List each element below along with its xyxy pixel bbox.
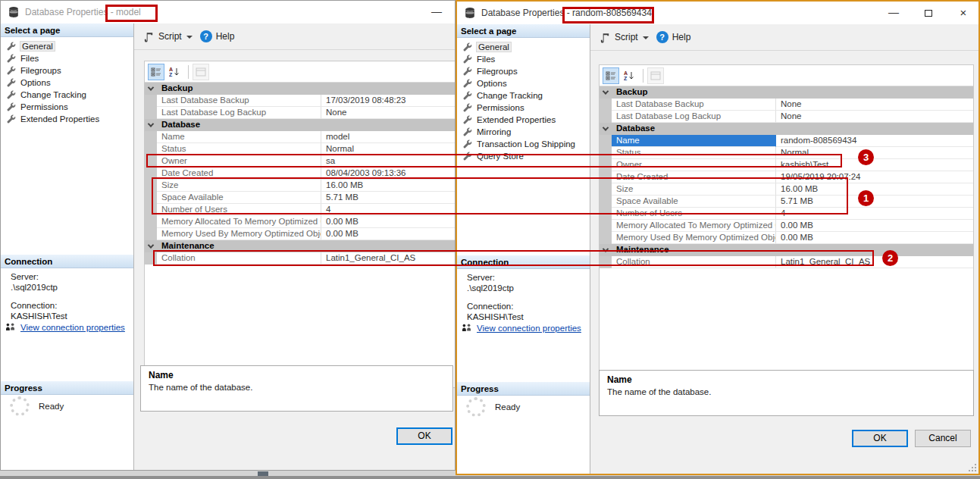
- grid-row[interactable]: Status Normal: [145, 143, 456, 155]
- row-label: Last Database Log Backup: [612, 111, 776, 123]
- sidebar-page-item[interactable]: General: [2, 40, 132, 52]
- sidebar-page-item[interactable]: Filegroups: [459, 65, 588, 77]
- row-margin: [600, 196, 612, 208]
- row-margin: [145, 95, 157, 107]
- grid-row[interactable]: Backup: [145, 83, 456, 95]
- server-label: Server:: [467, 272, 587, 283]
- property-grid: AZ Backup Last Database Backup 17/03/201…: [144, 61, 456, 388]
- progress-status: Ready: [39, 402, 64, 411]
- sidebar-page-item[interactable]: Filegroups: [2, 64, 132, 77]
- titlebar[interactable]: Database Properties - random-808569434 —…: [457, 2, 978, 24]
- grid-row[interactable]: Number of Users 4: [145, 204, 456, 216]
- server-label: Server:: [11, 271, 130, 282]
- row-margin: [145, 228, 157, 240]
- script-button[interactable]: Script: [615, 32, 638, 42]
- script-icon: [600, 32, 611, 43]
- grid-row[interactable]: Space Available 5.71 MB: [600, 196, 973, 208]
- grid-row[interactable]: Memory Used By Memory Optimized Objects …: [600, 232, 973, 244]
- row-value: 0.00 MB: [321, 228, 456, 240]
- grid-row[interactable]: Database: [600, 123, 973, 135]
- sidebar-page-item[interactable]: General: [459, 41, 588, 53]
- categorized-icon[interactable]: [603, 67, 619, 84]
- row-value: model: [321, 131, 456, 143]
- sidebar-page-item[interactable]: Files: [459, 53, 588, 65]
- row-label: Number of Users: [612, 208, 776, 220]
- grid-row[interactable]: Collation Latin1_General_CI_AS: [145, 252, 456, 265]
- wrench-icon: [463, 127, 472, 136]
- cancel-button[interactable]: Cancel: [915, 430, 971, 447]
- minimize-button[interactable]: —: [423, 1, 450, 23]
- select-a-page-header: Select a page: [1, 23, 133, 37]
- sidebar-page-item[interactable]: Permissions: [2, 101, 132, 113]
- close-button[interactable]: ×: [950, 2, 977, 23]
- connection-info: Server: .\sql2019ctp Connection: KASHISH…: [11, 271, 130, 321]
- background-scrollbar-thumb: [258, 471, 268, 476]
- grid-row[interactable]: Last Database Backup None: [600, 99, 973, 111]
- resize-grip[interactable]: [969, 464, 976, 471]
- grid-row[interactable]: Last Database Log Backup None: [600, 111, 973, 123]
- minimize-button[interactable]: —: [880, 2, 907, 23]
- grid-row[interactable]: Maintenance: [600, 244, 973, 256]
- grid-row[interactable]: Name model: [145, 131, 456, 143]
- wrench-icon: [463, 42, 472, 52]
- script-button[interactable]: Script: [158, 31, 182, 42]
- grid-row[interactable]: Name random-808569434: [600, 135, 973, 147]
- script-dropdown-icon[interactable]: [186, 36, 193, 39]
- sidebar-page-item[interactable]: Transaction Log Shipping: [459, 138, 588, 150]
- row-margin: [600, 99, 612, 111]
- row-label: Database: [157, 119, 456, 131]
- sidebar-page-item[interactable]: Files: [2, 52, 132, 64]
- view-connection-properties-link[interactable]: View connection properties: [477, 324, 581, 333]
- sidebar-page-item[interactable]: Extended Properties: [459, 114, 588, 126]
- grid-row[interactable]: Date Created 19/05/2019 20:07:24: [600, 171, 973, 183]
- progress-header: Progress: [1, 381, 133, 395]
- help-button[interactable]: Help: [672, 32, 691, 42]
- row-margin: [145, 131, 157, 143]
- row-value: 08/04/2003 09:13:36: [321, 167, 456, 180]
- grid-row[interactable]: Last Database Log Backup None: [145, 107, 456, 119]
- categorized-icon[interactable]: [148, 64, 164, 80]
- alphabetical-sort-icon[interactable]: AZ: [621, 67, 637, 84]
- sidebar-page-item[interactable]: Change Tracking: [459, 89, 588, 102]
- sidebar-page-item[interactable]: Mirroring: [459, 126, 588, 138]
- sidebar-page-item[interactable]: Extended Properties: [2, 113, 132, 125]
- ok-button[interactable]: OK: [396, 427, 452, 445]
- grid-row[interactable]: Maintenance: [145, 240, 456, 252]
- row-value: 16.00 MB: [321, 180, 456, 192]
- grid-row[interactable]: Space Available 5.71 MB: [145, 192, 456, 204]
- connection-label: Connection:: [11, 300, 130, 311]
- alphabetical-sort-icon[interactable]: AZ: [166, 64, 183, 80]
- titlebar[interactable]: Database Properties - model —: [1, 1, 455, 23]
- maximize-button[interactable]: [915, 2, 942, 23]
- grid-row[interactable]: Number of Users 4: [600, 208, 973, 220]
- grid-row[interactable]: Size 16.00 MB: [145, 180, 456, 192]
- grid-row[interactable]: Size 16.00 MB: [600, 183, 973, 196]
- grid-row[interactable]: Status Normal: [600, 147, 973, 159]
- script-dropdown-icon[interactable]: [643, 36, 649, 39]
- page-list: General Files Filegroups Options: [459, 41, 588, 162]
- grid-row[interactable]: Memory Allocated To Memory Optimized Ob …: [600, 220, 973, 232]
- help-button[interactable]: Help: [216, 31, 235, 42]
- grid-row[interactable]: Backup: [600, 86, 973, 99]
- sidebar-page-item[interactable]: Query Store: [459, 150, 588, 162]
- grid-row[interactable]: Memory Allocated To Memory Optimized Ob …: [145, 216, 456, 228]
- ok-button[interactable]: OK: [852, 430, 908, 447]
- sidebar-page-item[interactable]: Permissions: [459, 102, 588, 114]
- spinner-icon: [10, 396, 30, 416]
- grid-row[interactable]: Database: [145, 119, 456, 131]
- sidebar-page-item[interactable]: Options: [459, 77, 588, 89]
- row-label: Owner: [157, 155, 321, 167]
- grid-row[interactable]: Last Database Backup 17/03/2019 08:48:23: [145, 95, 456, 107]
- row-value: None: [321, 107, 456, 119]
- view-connection-properties-link[interactable]: View connection properties: [20, 323, 125, 332]
- grid-row[interactable]: Owner sa: [145, 155, 456, 167]
- wrench-icon: [463, 152, 472, 161]
- sidebar-page-item[interactable]: Options: [2, 77, 132, 89]
- sidebar-page-item[interactable]: Change Tracking: [2, 89, 132, 101]
- grid-row[interactable]: Owner kashish\Test: [600, 159, 973, 171]
- grid-row[interactable]: Collation Latin1_General_CI_AS: [600, 256, 973, 268]
- wrench-icon: [7, 114, 16, 124]
- grid-row[interactable]: Date Created 08/04/2003 09:13:36: [145, 167, 456, 180]
- maximize-icon: [925, 10, 932, 17]
- grid-row[interactable]: Memory Used By Memory Optimized Objects …: [145, 228, 456, 240]
